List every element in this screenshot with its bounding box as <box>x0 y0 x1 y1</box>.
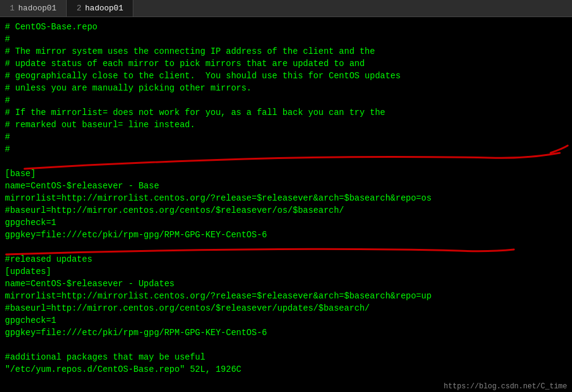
status-url: https://blog.csdn.net/C_time <box>444 382 567 391</box>
code-line-21: [updates] <box>0 265 572 278</box>
code-line-20: #released updates <box>0 253 572 265</box>
tab-2-number: 2 <box>76 4 81 13</box>
code-line-12 <box>0 155 572 168</box>
code-line-24: #baseurl=http://mirror.centos.org/centos… <box>0 302 572 314</box>
code-line-17: gpgcheck=1 <box>0 216 572 229</box>
code-line-26: gpgkey=file:///etc/pki/rpm-gpg/RPM-GPG-K… <box>0 327 572 339</box>
code-line-10: # <box>0 131 572 143</box>
code-line-27 <box>0 339 572 351</box>
code-line-29: "/etc/yum.repos.d/CentOS-Base.repo" 52L,… <box>0 363 572 375</box>
tab-2[interactable]: 2 hadoop01 <box>66 0 133 17</box>
code-line-15: mirrorlist=http://mirrorlist.centos.org/… <box>0 192 572 204</box>
code-line-8: # If the mirrorlist= does not work for y… <box>0 106 572 119</box>
code-line-7: # <box>0 94 572 106</box>
editor-area: # CentOS-Base.repo## The mirror system u… <box>0 17 572 392</box>
code-line-2: # <box>0 33 572 45</box>
tab-1-label: hadoop01 <box>18 4 56 13</box>
code-line-22: name=CentOS-$releasever - Updates <box>0 278 572 290</box>
code-line-6: # unless you are manually picking other … <box>0 82 572 94</box>
tab-1[interactable]: 1 hadoop01 <box>0 0 66 17</box>
code-lines: # CentOS-Base.repo## The mirror system u… <box>0 21 572 375</box>
tab-1-number: 1 <box>10 4 15 13</box>
code-line-18: gpgkey=file:///etc/pki/rpm-gpg/RPM-GPG-K… <box>0 229 572 241</box>
tab-2-label: hadoop01 <box>85 4 123 13</box>
code-line-4: # update status of each mirror to pick m… <box>0 57 572 70</box>
code-line-9: # remarked out baseurl= line instead. <box>0 119 572 131</box>
code-line-5: # geographically close to the client. Yo… <box>0 70 572 82</box>
code-line-19 <box>0 241 572 253</box>
bottom-bar: https://blog.csdn.net/C_time <box>0 381 572 392</box>
code-line-3: # The mirror system uses the connecting … <box>0 45 572 57</box>
code-line-14: name=CentOS-$releasever - Base <box>0 180 572 192</box>
code-line-23: mirrorlist=http://mirrorlist.centos.org/… <box>0 290 572 302</box>
code-line-13: [base] <box>0 168 572 180</box>
code-line-11: # <box>0 143 572 155</box>
code-line-16: #baseurl=http://mirror.centos.org/centos… <box>0 204 572 216</box>
code-line-28: #additional packages that may be useful <box>0 351 572 363</box>
code-line-25: gpgcheck=1 <box>0 314 572 327</box>
code-line-1: # CentOS-Base.repo <box>0 21 572 33</box>
tab-bar: 1 hadoop01 2 hadoop01 <box>0 0 572 17</box>
